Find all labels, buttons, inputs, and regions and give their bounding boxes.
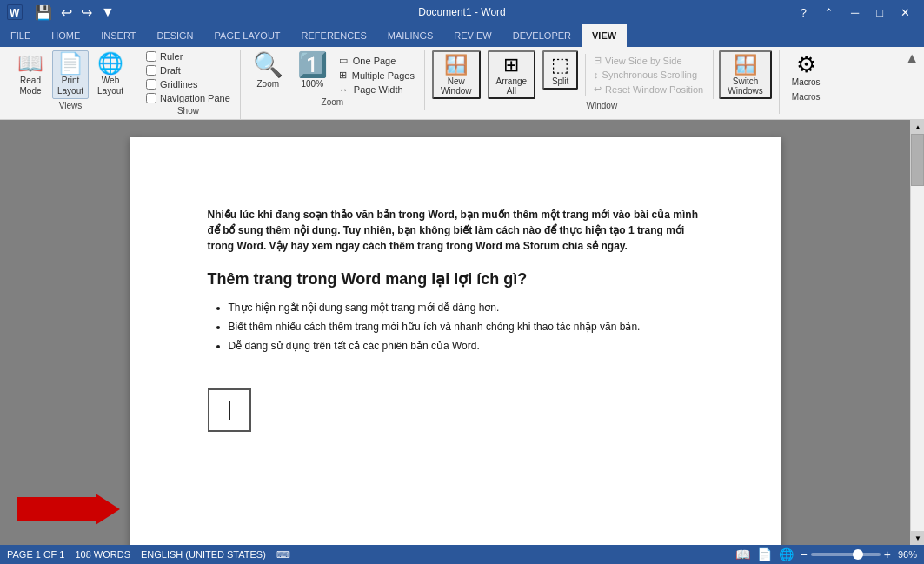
undo-button[interactable]: ↩ bbox=[57, 3, 76, 23]
zoom-in-icon[interactable]: + bbox=[884, 547, 891, 561]
qs-more-button[interactable]: ▼ bbox=[97, 3, 118, 22]
show-group-content: Ruler Draft Gridlines Navigation Pane bbox=[143, 50, 233, 104]
document-page: Nhiều lúc khi đang soạn thảo văn bản tro… bbox=[130, 137, 781, 545]
zoom-page-options: ▭ One Page ⊞ Multiple Pages ↔ Page Width bbox=[336, 54, 417, 96]
save-button[interactable]: 💾 bbox=[31, 3, 56, 23]
scroll-down-button[interactable]: ▼ bbox=[911, 531, 924, 545]
draft-checkbox[interactable] bbox=[146, 65, 156, 76]
scroll-track[interactable] bbox=[911, 134, 924, 531]
read-mode-label: ReadMode bbox=[19, 76, 41, 96]
help-button[interactable]: ? bbox=[794, 4, 814, 21]
zoom-slider-area[interactable]: − + bbox=[801, 547, 891, 561]
tab-home[interactable]: HOME bbox=[41, 24, 90, 47]
split-icon: ⬚ bbox=[551, 54, 569, 76]
navpane-checkbox-label[interactable]: Navigation Pane bbox=[143, 92, 233, 104]
ruler-checkbox[interactable] bbox=[146, 51, 156, 62]
view-side-icon: ⊟ bbox=[594, 55, 602, 66]
tab-pagelayout[interactable]: PAGE LAYOUT bbox=[204, 24, 291, 47]
app-body: Nhiều lúc khi đang soạn thảo văn bản tro… bbox=[0, 120, 924, 545]
document-content: Nhiều lúc khi đang soạn thảo văn bản tro… bbox=[208, 207, 703, 432]
view-side-by-side-button[interactable]: ⊟ View Side by Side bbox=[591, 54, 706, 67]
macros-button[interactable]: ⚙ Macros bbox=[787, 50, 826, 90]
zoom-100-button[interactable]: 1️⃣ 100% bbox=[292, 50, 333, 92]
window-controls: ? ⌃ ─ □ ✕ bbox=[794, 4, 917, 21]
zoom-button[interactable]: 🔍 Zoom bbox=[248, 50, 289, 92]
ribbon-group-views: 📖 ReadMode 📄 PrintLayout 🌐 WebLayout Vie… bbox=[5, 50, 136, 114]
macros-group-label: Macros bbox=[792, 92, 821, 102]
zoom-group-content: 🔍 Zoom 1️⃣ 100% ▭ One Page ⊞ Multiple Pa… bbox=[248, 50, 417, 96]
tab-design[interactable]: DESIGN bbox=[146, 24, 203, 47]
red-arrow bbox=[17, 494, 120, 525]
one-page-option[interactable]: ▭ One Page bbox=[336, 54, 417, 67]
reset-window-icon: ↩ bbox=[594, 83, 602, 95]
title-bar-left: W 💾 ↩ ↪ ▼ bbox=[7, 3, 118, 23]
tab-developer[interactable]: DEVELOPER bbox=[502, 24, 582, 47]
gridlines-checkbox-label[interactable]: Gridlines bbox=[143, 78, 233, 90]
page-width-option[interactable]: ↔ Page Width bbox=[336, 83, 417, 96]
tab-review[interactable]: REVIEW bbox=[443, 24, 502, 47]
new-window-button[interactable]: 🪟 NewWindow bbox=[432, 50, 481, 99]
zoom-out-icon[interactable]: − bbox=[801, 547, 808, 561]
window-split-button-col: ⬚ Split bbox=[542, 50, 578, 90]
maximize-button[interactable]: □ bbox=[869, 4, 890, 21]
ribbon-collapse-button-area: ▲ bbox=[905, 50, 919, 66]
window-group-content: 🪟 NewWindow ⊞ ArrangeAll ⬚ Split bbox=[432, 50, 772, 99]
vertical-scrollbar[interactable]: ▲ ▼ bbox=[910, 120, 924, 545]
ribbon-collapse-button[interactable]: ▲ bbox=[905, 50, 919, 66]
window-group-label: Window bbox=[587, 101, 618, 110]
print-layout-button[interactable]: 📄 PrintLayout bbox=[52, 50, 89, 99]
view-web-icon[interactable]: 🌐 bbox=[779, 547, 794, 561]
zoom-slider-thumb[interactable] bbox=[853, 549, 863, 560]
zoom-100-icon: 1️⃣ bbox=[297, 53, 328, 77]
tab-view[interactable]: VIEW bbox=[582, 24, 627, 47]
zoom-icon: 🔍 bbox=[253, 53, 283, 77]
tab-mailings[interactable]: MAILINGS bbox=[377, 24, 444, 47]
close-button[interactable]: ✕ bbox=[894, 4, 917, 21]
new-window-label: NewWindow bbox=[441, 76, 472, 96]
keyboard-icon: ⌨ bbox=[276, 549, 290, 561]
macros-group-content: ⚙ Macros bbox=[787, 50, 826, 90]
ribbon-toggle-button[interactable]: ⌃ bbox=[817, 4, 841, 21]
bullet-item-2: Biết thêm nhiều cách thêm trang mới hữu … bbox=[229, 319, 703, 335]
ruler-checkbox-label[interactable]: Ruler bbox=[143, 50, 233, 63]
status-right: 📖 📄 🌐 − + 96% bbox=[735, 547, 917, 561]
ribbon: FILE HOME INSERT DESIGN PAGE LAYOUT REFE… bbox=[0, 24, 924, 120]
zoom-slider[interactable] bbox=[811, 553, 881, 556]
split-label: Split bbox=[552, 76, 568, 86]
arrange-all-label: ArrangeAll bbox=[496, 76, 528, 96]
view-read-icon[interactable]: 📖 bbox=[735, 547, 750, 561]
tab-references[interactable]: REFERENCES bbox=[291, 24, 377, 47]
draft-checkbox-label[interactable]: Draft bbox=[143, 64, 233, 76]
status-bar: PAGE 1 OF 1 108 WORDS ENGLISH (UNITED ST… bbox=[0, 545, 924, 564]
ribbon-group-show: Ruler Draft Gridlines Navigation Pane Sh… bbox=[136, 50, 241, 119]
tab-insert[interactable]: INSERT bbox=[90, 24, 146, 47]
navpane-checkbox[interactable] bbox=[146, 93, 156, 103]
title-bar: W 💾 ↩ ↪ ▼ Document1 - Word ? ⌃ ─ □ ✕ bbox=[0, 0, 924, 24]
split-button[interactable]: ⬚ Split bbox=[542, 50, 578, 90]
bullet-item-3: Dễ dàng sử dụng trên tất cả các phiên bả… bbox=[229, 338, 703, 354]
word-count: 108 WORDS bbox=[75, 549, 130, 560]
read-mode-button[interactable]: 📖 ReadMode bbox=[12, 50, 49, 99]
arrange-all-button[interactable]: ⊞ ArrangeAll bbox=[488, 50, 536, 99]
ribbon-group-zoom: 🔍 Zoom 1️⃣ 100% ▭ One Page ⊞ Multiple Pa… bbox=[241, 50, 425, 110]
gridlines-checkbox[interactable] bbox=[146, 79, 156, 90]
reset-window-button[interactable]: ↩ Reset Window Position bbox=[591, 83, 706, 96]
one-page-icon: ▭ bbox=[339, 55, 348, 66]
web-layout-button[interactable]: 🌐 WebLayout bbox=[92, 50, 129, 99]
multiple-pages-option[interactable]: ⊞ Multiple Pages bbox=[336, 69, 417, 82]
ribbon-tab-bar: FILE HOME INSERT DESIGN PAGE LAYOUT REFE… bbox=[0, 24, 924, 47]
scroll-thumb[interactable] bbox=[911, 134, 924, 186]
switch-windows-button[interactable]: 🪟 SwitchWindows bbox=[719, 50, 772, 99]
quick-access-toolbar: 💾 ↩ ↪ ▼ bbox=[31, 3, 118, 23]
text-cursor bbox=[229, 401, 230, 420]
tab-file[interactable]: FILE bbox=[0, 24, 41, 47]
zoom-100-label: 100% bbox=[302, 79, 324, 90]
web-layout-icon: 🌐 bbox=[97, 53, 123, 74]
minimize-button[interactable]: ─ bbox=[844, 4, 866, 21]
document-area[interactable]: Nhiều lúc khi đang soạn thảo văn bản tro… bbox=[0, 120, 910, 545]
sync-scroll-button[interactable]: ↕ Synchronous Scrolling bbox=[591, 69, 706, 81]
view-print-icon[interactable]: 📄 bbox=[757, 547, 772, 561]
views-group-label: Views bbox=[59, 101, 83, 110]
redo-button[interactable]: ↪ bbox=[77, 3, 96, 23]
scroll-up-button[interactable]: ▲ bbox=[911, 120, 924, 134]
